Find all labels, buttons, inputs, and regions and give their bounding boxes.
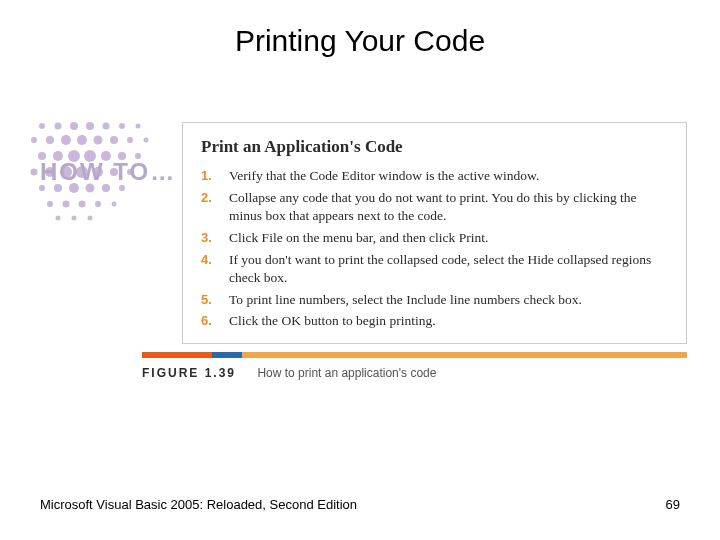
svg-point-42 bbox=[88, 216, 93, 221]
figure-caption-row: FIGURE 1.39 How to print an application'… bbox=[142, 366, 687, 380]
svg-point-5 bbox=[119, 123, 125, 129]
svg-point-39 bbox=[112, 202, 117, 207]
step-item: Collapse any code that you do not want t… bbox=[201, 189, 668, 226]
svg-point-9 bbox=[61, 135, 71, 145]
svg-point-38 bbox=[95, 201, 101, 207]
svg-point-14 bbox=[144, 138, 149, 143]
svg-point-10 bbox=[77, 135, 87, 145]
svg-point-35 bbox=[47, 201, 53, 207]
footer-book-title: Microsoft Visual Basic 2005: Reloaded, S… bbox=[40, 497, 357, 512]
howto-heading: HOW TO… bbox=[40, 158, 176, 186]
step-list: Verify that the Code Editor window is th… bbox=[201, 167, 668, 331]
step-item: Click the OK button to begin printing. bbox=[201, 312, 668, 331]
svg-point-12 bbox=[110, 136, 118, 144]
howto-figure: HOW TO… Print an Application's Code Veri… bbox=[22, 116, 688, 380]
figure-caption: How to print an application's code bbox=[257, 366, 436, 380]
instruction-panel: Print an Application's Code Verify that … bbox=[182, 122, 687, 344]
svg-point-8 bbox=[46, 136, 54, 144]
step-item: Verify that the Code Editor window is th… bbox=[201, 167, 668, 186]
step-item: Click File on the menu bar, and then cli… bbox=[201, 229, 668, 248]
slide-title: Printing Your Code bbox=[0, 0, 720, 58]
page-number: 69 bbox=[666, 497, 680, 512]
svg-point-1 bbox=[55, 123, 62, 130]
svg-point-4 bbox=[103, 123, 110, 130]
step-item: To print line numbers, select the Includ… bbox=[201, 291, 668, 310]
panel-title: Print an Application's Code bbox=[201, 137, 668, 157]
figure-number: FIGURE 1.39 bbox=[142, 366, 236, 380]
svg-point-22 bbox=[31, 169, 38, 176]
svg-point-7 bbox=[31, 137, 37, 143]
svg-point-37 bbox=[79, 201, 86, 208]
svg-point-6 bbox=[136, 124, 141, 129]
step-item: If you don't want to print the collapsed… bbox=[201, 251, 668, 288]
svg-point-0 bbox=[39, 123, 45, 129]
svg-point-41 bbox=[72, 216, 77, 221]
figure-divider bbox=[142, 352, 687, 358]
svg-point-2 bbox=[70, 122, 78, 130]
svg-point-13 bbox=[127, 137, 133, 143]
svg-point-11 bbox=[94, 136, 103, 145]
svg-point-3 bbox=[86, 122, 94, 130]
svg-point-40 bbox=[56, 216, 61, 221]
svg-point-36 bbox=[63, 201, 70, 208]
